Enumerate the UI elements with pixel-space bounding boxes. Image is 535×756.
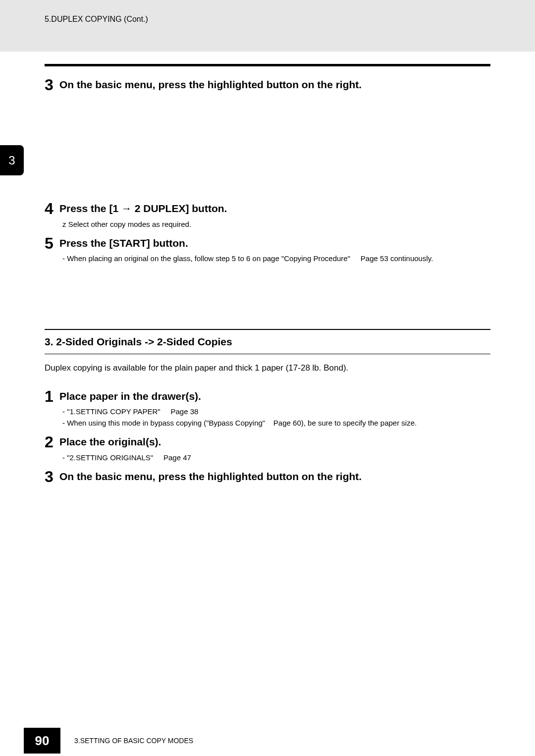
step-5: 5 Press the [START] button. - When placi…	[45, 235, 490, 265]
section-description: Duplex copying is available for the plai…	[45, 363, 490, 373]
step-1: 1 Place paper in the drawer(s). - "1.SET…	[45, 388, 490, 429]
step-number: 3	[45, 76, 59, 94]
step-title: Press the [START] button.	[59, 236, 490, 250]
step-3-bottom: 3 On the basic menu, press the highlight…	[45, 468, 490, 486]
step-number: 2	[45, 433, 59, 451]
spacer	[45, 270, 490, 324]
step-notes: z Select other copy modes as required.	[59, 219, 490, 230]
step-4: 4 Press the [1 → 2 DUPLEX] button. z Sel…	[45, 200, 490, 230]
step-body: On the basic menu, press the highlighted…	[59, 468, 490, 484]
step-body: Place the original(s). - "2.SETTING ORIG…	[59, 433, 490, 463]
step-number: 1	[45, 388, 59, 405]
step-note: z Select other copy modes as required.	[62, 219, 490, 230]
step-2: 2 Place the original(s). - "2.SETTING OR…	[45, 433, 490, 463]
step-body: Place paper in the drawer(s). - "1.SETTI…	[59, 388, 490, 429]
page-header: 5.DUPLEX COPYING (Cont.)	[0, 0, 535, 52]
page-number: 90	[24, 728, 60, 754]
chapter-tab: 3	[0, 145, 24, 175]
step-notes: - When placing an original on the glass,…	[59, 253, 490, 265]
top-rule	[45, 64, 490, 66]
header-title: 5.DUPLEX COPYING (Cont.)	[45, 15, 535, 24]
step-title: On the basic menu, press the highlighted…	[59, 469, 490, 484]
step-number: 5	[45, 235, 59, 252]
step-title: Press the [1 → 2 DUPLEX] button.	[59, 201, 490, 216]
step-number: 3	[45, 468, 59, 486]
footer-chapter: 3.SETTING OF BASIC COPY MODES	[74, 737, 193, 745]
step-3-top: 3 On the basic menu, press the highlight…	[45, 76, 490, 94]
step-body: On the basic menu, press the highlighted…	[59, 76, 490, 92]
step-number: 4	[45, 200, 59, 217]
main-content: 3 On the basic menu, press the highlight…	[0, 64, 535, 486]
step-title: Place the original(s).	[59, 434, 490, 449]
step-note: - When placing an original on the glass,…	[62, 253, 490, 265]
step-title: On the basic menu, press the highlighted…	[59, 77, 490, 92]
step-notes: - "2.SETTING ORIGINALS" Page 47	[59, 452, 490, 464]
step-body: Press the [START] button. - When placing…	[59, 235, 490, 265]
step-note: - "1.SETTING COPY PAPER" Page 38	[62, 406, 490, 418]
step-notes: - "1.SETTING COPY PAPER" Page 38 - When …	[59, 406, 490, 429]
step-note: - When using this mode in bypass copying…	[62, 418, 490, 429]
section-heading: 3. 2-Sided Originals -> 2-Sided Copies	[45, 330, 490, 354]
section-rule	[45, 354, 490, 354]
step-body: Press the [1 → 2 DUPLEX] button. z Selec…	[59, 200, 490, 230]
chapter-tab-number: 3	[8, 154, 15, 167]
spacer	[45, 99, 490, 200]
page-footer: 90 3.SETTING OF BASIC COPY MODES	[0, 725, 535, 756]
step-note: - "2.SETTING ORIGINALS" Page 47	[62, 452, 490, 464]
step-title: Place paper in the drawer(s).	[59, 389, 490, 403]
